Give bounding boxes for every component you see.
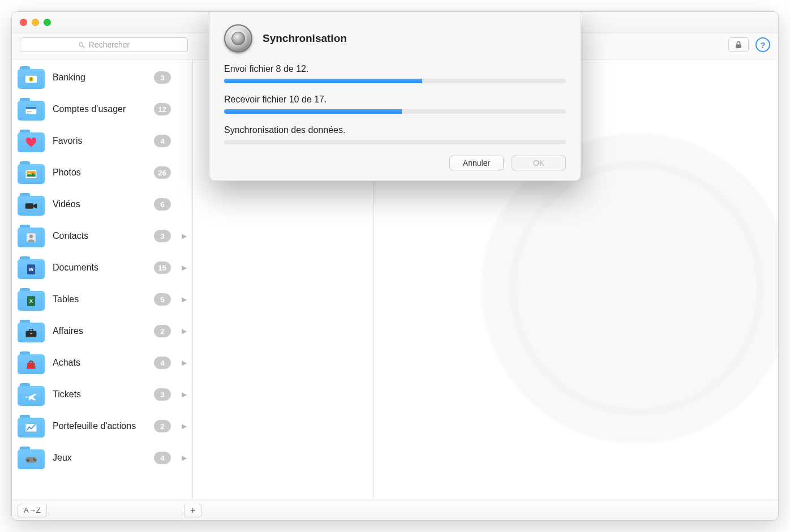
close-window-button[interactable] <box>20 19 27 26</box>
task-label: Recevoir fichier 10 de 17. <box>224 95 566 105</box>
sidebar-item-label: Achats <box>53 358 146 368</box>
count-badge: 3 <box>154 230 171 242</box>
stocks-icon <box>24 422 38 434</box>
cancel-label: Annuler <box>463 158 490 168</box>
gamepad-icon <box>24 453 38 466</box>
sidebar-item-label: Comptes d'usager <box>53 104 146 114</box>
lock-button[interactable] <box>728 37 749 52</box>
category-list: $ Banking 3 Comptes d'usager 12 Favoris … <box>12 59 192 500</box>
progress-fill <box>224 79 422 83</box>
sidebar-item-contact[interactable]: Contacts 3 ▶ <box>12 220 192 252</box>
bottom-bar: A→Z + <box>12 500 778 520</box>
svg-rect-2 <box>736 44 741 48</box>
svg-rect-7 <box>26 106 37 109</box>
sidebar-item-label: Tickets <box>53 389 146 400</box>
svg-point-0 <box>79 42 83 46</box>
sidebar-item-briefcase[interactable]: Affaires 2 ▶ <box>12 315 192 347</box>
help-icon: ? <box>760 40 765 50</box>
folder-icon: $ <box>18 66 45 89</box>
svg-point-30 <box>35 460 36 461</box>
svg-point-15 <box>29 234 33 238</box>
disclosure-icon: ▶ <box>181 264 187 272</box>
svg-rect-9 <box>27 113 30 114</box>
svg-rect-21 <box>29 329 33 331</box>
disclosure-icon: ▶ <box>181 327 187 335</box>
search-input[interactable]: Rechercher <box>20 37 188 52</box>
money-icon: $ <box>24 73 38 85</box>
svg-text:$: $ <box>30 77 32 81</box>
task-label: Envoi fichier 8 de 12. <box>224 64 566 74</box>
count-badge: 6 <box>154 198 171 211</box>
progress-bar <box>224 140 566 144</box>
sidebar-item-label: Jeux <box>53 453 146 463</box>
video-icon <box>24 200 38 212</box>
sidebar-item-money[interactable]: $ Banking 3 <box>12 62 192 93</box>
folder-icon <box>18 193 45 216</box>
folder-icon <box>18 383 45 406</box>
sort-label: A→Z <box>24 506 41 514</box>
word-icon: W <box>24 263 38 276</box>
count-badge: 5 <box>154 293 171 306</box>
sidebar-item-label: Vidéos <box>53 199 146 209</box>
minimize-window-button[interactable] <box>32 19 39 26</box>
sidebar-item-label: Favoris <box>53 136 146 146</box>
app-window: Rechercher ? $ Banking 3 Comptes d'usage… <box>11 11 779 521</box>
count-badge: 12 <box>154 103 171 115</box>
disclosure-icon: ▶ <box>181 359 187 367</box>
folder-icon: W <box>18 256 45 279</box>
count-badge: 3 <box>154 388 171 401</box>
folder-icon <box>18 447 45 469</box>
svg-line-1 <box>83 46 84 48</box>
sidebar-item-photos[interactable]: Photos 26 <box>12 157 192 188</box>
svg-text:X: X <box>29 298 33 304</box>
svg-rect-8 <box>27 111 32 112</box>
sidebar-item-plane[interactable]: Tickets 3 ▶ <box>12 379 192 410</box>
sidebar-item-gamepad[interactable]: Jeux 4 ▶ <box>12 442 192 474</box>
disclosure-icon: ▶ <box>181 295 187 303</box>
folder-icon: X <box>18 288 45 311</box>
count-badge: 15 <box>154 261 171 274</box>
progress-fill <box>224 109 402 114</box>
sidebar-item-video[interactable]: Vidéos 6 <box>12 188 192 220</box>
sidebar-item-label: Photos <box>53 168 146 178</box>
add-button[interactable]: + <box>184 504 202 517</box>
count-badge: 3 <box>154 71 171 84</box>
sidebar-item-heart[interactable]: Favoris 4 <box>12 125 192 157</box>
count-badge: 4 <box>154 135 171 147</box>
window-controls <box>20 19 51 26</box>
svg-rect-28 <box>27 460 29 461</box>
sidebar-item-bag[interactable]: Achats 4 ▶ <box>12 347 192 379</box>
safe-dial-icon <box>224 24 252 53</box>
sidebar-item-label: Tables <box>53 294 146 304</box>
briefcase-icon <box>24 327 38 339</box>
photos-icon <box>24 168 38 181</box>
search-placeholder: Rechercher <box>89 40 130 49</box>
disclosure-icon: ▶ <box>181 391 187 398</box>
plane-icon <box>24 390 38 402</box>
ok-button: OK <box>512 156 566 170</box>
zoom-window-button[interactable] <box>44 19 51 26</box>
disclosure-icon: ▶ <box>181 454 187 462</box>
sidebar-item-label: Portefeuille d'actions <box>53 421 146 431</box>
folder-icon <box>18 98 45 121</box>
count-badge: 2 <box>154 420 171 432</box>
sidebar-item-label: Documents <box>53 263 146 273</box>
folder-icon <box>18 130 45 152</box>
contact-icon <box>24 231 38 244</box>
cancel-button[interactable]: Annuler <box>449 156 504 170</box>
sort-button[interactable]: A→Z <box>18 504 47 517</box>
svg-text:W: W <box>29 266 34 272</box>
sync-dialog: Synchronisation Envoi fichier 8 de 12. R… <box>209 11 581 181</box>
folder-icon <box>18 161 45 184</box>
svg-rect-13 <box>25 203 33 208</box>
folder-icon <box>18 320 45 342</box>
sidebar-item-label: Contacts <box>53 231 146 241</box>
help-button[interactable]: ? <box>755 37 770 52</box>
sidebar-item-stocks[interactable]: Portefeuille d'actions 2 ▶ <box>12 410 192 442</box>
count-badge: 26 <box>154 166 171 179</box>
sidebar-item-word[interactable]: W Documents 15 ▶ <box>12 252 192 284</box>
dialog-title: Synchronisation <box>263 32 347 45</box>
sidebar-item-accounts[interactable]: Comptes d'usager 12 <box>12 93 192 125</box>
progress-bar <box>224 109 566 114</box>
sidebar-item-excel[interactable]: X Tables 5 ▶ <box>12 284 192 315</box>
